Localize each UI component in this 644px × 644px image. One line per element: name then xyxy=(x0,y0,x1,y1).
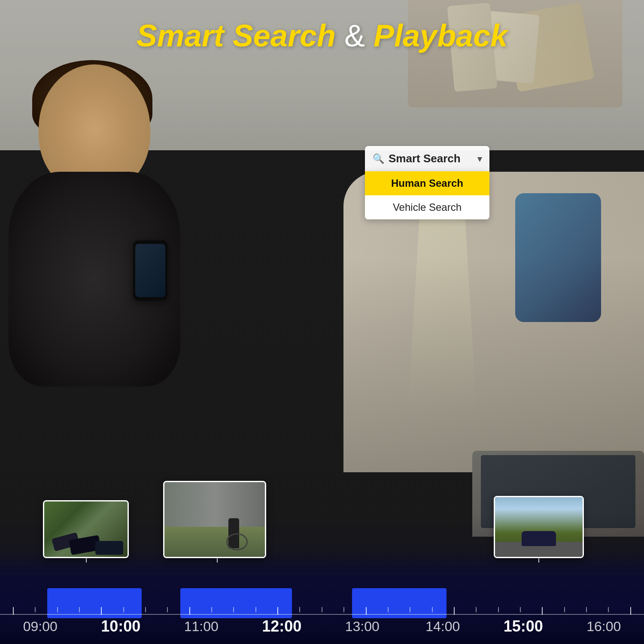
tick-major xyxy=(101,607,102,615)
tick xyxy=(255,607,256,612)
time-label-1500: 15:00 xyxy=(483,617,564,635)
tick xyxy=(145,607,146,612)
tick xyxy=(343,607,344,612)
building-background xyxy=(164,482,265,527)
tick xyxy=(564,607,565,612)
chevron-down-icon: ▾ xyxy=(477,154,482,164)
tick-major xyxy=(630,607,631,615)
thumbnail-3[interactable] xyxy=(494,496,584,558)
tick xyxy=(586,607,587,612)
tick xyxy=(322,607,322,612)
tick xyxy=(476,607,477,612)
vehicle-figure xyxy=(522,531,556,546)
dropdown-header[interactable]: 🔍 Smart Search ▾ xyxy=(365,146,489,171)
dropdown-header-label: Smart Search xyxy=(389,152,461,165)
time-label-1000: 10:00 xyxy=(81,617,161,635)
tick xyxy=(388,607,389,612)
tick-major xyxy=(366,607,367,615)
timeline-labels: 09:00 10:00 11:00 12:00 13:00 14:00 15:0… xyxy=(0,617,644,635)
thumbnail-1[interactable] xyxy=(43,500,129,558)
tick xyxy=(432,607,433,612)
tick-major xyxy=(13,607,14,615)
title-playback: Playback xyxy=(374,18,507,53)
tick-major xyxy=(277,607,278,615)
tick xyxy=(211,607,212,612)
tick xyxy=(608,607,609,612)
tick xyxy=(410,607,410,612)
tick-major xyxy=(189,607,190,615)
page-title: Smart Search & Playback xyxy=(0,17,644,54)
thumbnail-3-image xyxy=(495,497,583,557)
tick xyxy=(520,607,521,612)
tick xyxy=(79,607,80,612)
thumbnail-2-image xyxy=(164,482,265,557)
bicycle-figure xyxy=(226,533,248,550)
tick xyxy=(57,607,58,612)
time-label-1100: 11:00 xyxy=(161,619,242,635)
thumbnail-1-image xyxy=(44,501,128,557)
thumbnail-2[interactable] xyxy=(163,481,266,558)
time-label-1300: 13:00 xyxy=(322,619,403,635)
tick-major xyxy=(454,607,455,615)
tick xyxy=(167,607,168,612)
tick xyxy=(35,607,36,612)
timeline-ticks xyxy=(0,607,644,615)
time-label-1200: 12:00 xyxy=(242,617,322,635)
dropdown-menu: Human Search Vehicle Search xyxy=(365,171,489,219)
search-icon: 🔍 xyxy=(373,153,384,164)
main-content: Smart Search & Playback 🔍 Smart Search ▾… xyxy=(0,0,644,644)
smart-search-dropdown[interactable]: 🔍 Smart Search ▾ Human Search Vehicle Se… xyxy=(365,146,489,219)
tick-major xyxy=(542,607,543,615)
title-connector: & xyxy=(336,18,374,53)
time-label-1400: 14:00 xyxy=(403,619,483,635)
vehicle-1c xyxy=(95,541,123,555)
timeline-section: 09:00 10:00 11:00 12:00 13:00 14:00 15:0… xyxy=(0,550,644,644)
time-label-1600: 16:00 xyxy=(564,619,644,635)
tick xyxy=(123,607,124,612)
tick xyxy=(299,607,300,612)
tick xyxy=(233,607,234,612)
time-label-0900: 09:00 xyxy=(0,619,81,635)
title-smart: Smart Search xyxy=(137,18,336,53)
dropdown-item-vehicle-search[interactable]: Vehicle Search xyxy=(365,195,489,219)
tick xyxy=(498,607,499,612)
dropdown-item-human-search[interactable]: Human Search xyxy=(365,171,489,195)
